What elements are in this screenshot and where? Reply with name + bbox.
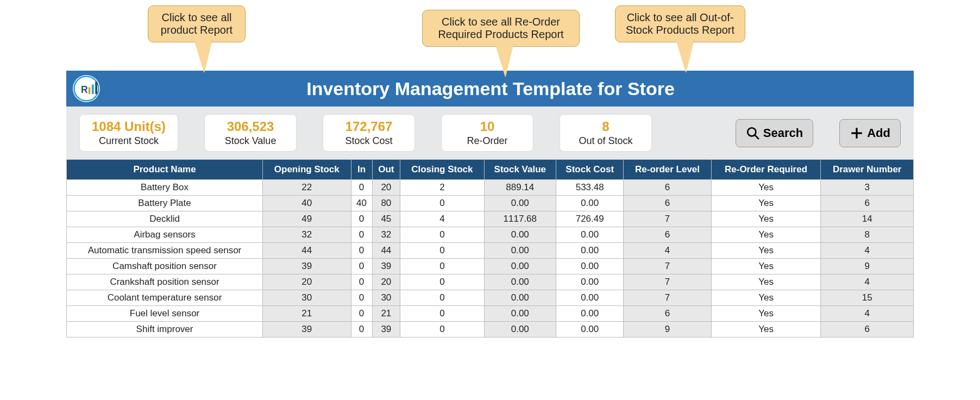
table-cell: 44 — [263, 243, 351, 259]
table-cell: Crankshaft position sensor — [67, 274, 263, 290]
table-row[interactable]: Crankshaft position sensor2002000.000.00… — [67, 274, 914, 290]
page-title: Inventory Management Template for Store — [100, 78, 914, 99]
table-cell: 8 — [821, 227, 914, 243]
table-cell: Yes — [711, 274, 821, 290]
table-row[interactable]: Airbag sensors3203200.000.006Yes8 — [67, 227, 914, 243]
table-cell: 4 — [821, 306, 914, 322]
table-row[interactable]: Coolant temperature sensor3003000.000.00… — [67, 290, 914, 306]
kpi-label: Out of Stock — [572, 135, 639, 147]
table-cell: 1117.68 — [484, 211, 556, 227]
table-cell: 49 — [263, 211, 351, 227]
table-column-header[interactable]: Stock Value — [484, 160, 556, 180]
table-cell: 40 — [263, 196, 351, 211]
table-cell: 0 — [400, 306, 484, 322]
table-cell: 0.00 — [556, 322, 624, 338]
table-cell: 4 — [400, 211, 484, 227]
table-cell: Yes — [711, 306, 821, 322]
table-cell: 0 — [400, 196, 484, 211]
table-cell: 39 — [372, 322, 400, 338]
kpi-value: 172,767 — [335, 119, 403, 134]
table-column-header[interactable]: Re-Order Required — [711, 160, 821, 180]
table-cell: 0.00 — [556, 259, 624, 274]
callout-outofstock-report: Click to see all Out-of-Stock Products R… — [615, 5, 745, 42]
search-button[interactable]: Search — [736, 119, 813, 147]
svg-text:R: R — [81, 84, 88, 95]
table-cell: 0 — [351, 259, 372, 274]
svg-line-6 — [755, 135, 759, 139]
table-cell: 6 — [821, 322, 914, 338]
table-row[interactable]: Camshaft position sensor3903900.000.007Y… — [67, 259, 914, 274]
table-cell: 39 — [263, 322, 351, 338]
logo-icon: R — [73, 75, 100, 102]
table-cell: 7 — [624, 259, 711, 274]
table-column-header[interactable]: Closing Stock — [400, 160, 484, 180]
callout-product-report: Click to see all product Report — [148, 5, 246, 42]
callout-text: Click to see all Re-Order Required Produ… — [438, 16, 563, 40]
kpi-reorder[interactable]: 10 Re-Order — [441, 114, 533, 152]
table-row[interactable]: Battery Plate40408000.000.006Yes6 — [67, 196, 914, 211]
table-row[interactable]: Automatic transmission speed sensor44044… — [67, 243, 914, 259]
table-cell: Yes — [711, 290, 821, 306]
table-cell: 4 — [821, 274, 914, 290]
table-cell: 6 — [624, 196, 711, 211]
table-row[interactable]: Shift improver3903900.000.009Yes6 — [67, 322, 914, 338]
kpi-label: Stock Value — [217, 135, 284, 147]
svg-rect-3 — [92, 85, 94, 95]
kpi-label: Stock Cost — [335, 135, 403, 147]
table-cell: 0.00 — [556, 243, 624, 259]
table-cell: 22 — [263, 180, 351, 196]
table-cell: 0 — [351, 306, 372, 322]
table-column-header[interactable]: Opening Stock — [263, 160, 351, 180]
search-icon — [746, 126, 760, 140]
table-cell: Battery Box — [67, 180, 263, 196]
table-cell: 0 — [400, 259, 484, 274]
add-button[interactable]: Add — [839, 119, 901, 147]
table-cell: 20 — [372, 274, 400, 290]
table-cell: Battery Plate — [67, 196, 263, 211]
table-cell: 6 — [821, 196, 914, 211]
table-cell: 4 — [624, 243, 711, 259]
svg-point-5 — [747, 128, 756, 136]
table-row[interactable]: Decklid4904541117.68726.497Yes14 — [67, 211, 914, 227]
table-column-header[interactable]: Product Name — [67, 160, 263, 180]
table-header: Product NameOpening StockInOutClosing St… — [67, 160, 914, 180]
table-cell: Yes — [711, 196, 821, 211]
kpi-current-stock[interactable]: 1084 Unit(s) Current Stock — [79, 114, 178, 152]
table-cell: 0 — [351, 274, 372, 290]
table-column-header[interactable]: Stock Cost — [556, 160, 624, 180]
table-cell: 44 — [372, 243, 400, 259]
callout-text: Click to see all product Report — [161, 11, 233, 36]
table-body: Battery Box220202889.14533.486Yes3Batter… — [67, 180, 914, 338]
table-cell: 0 — [400, 290, 484, 306]
table-cell: 6 — [624, 227, 711, 243]
table-cell: 0 — [400, 243, 484, 259]
kpi-label: Current Stock — [92, 135, 166, 147]
table-column-header[interactable]: Drawer Number — [821, 160, 914, 180]
table-cell: 40 — [351, 196, 372, 211]
table-cell: 0 — [351, 211, 372, 227]
kpi-value: 8 — [572, 119, 639, 134]
kpi-out-of-stock[interactable]: 8 Out of Stock — [560, 114, 652, 152]
table-column-header[interactable]: Re-order Level — [624, 160, 711, 180]
table-cell: Yes — [711, 211, 821, 227]
table-column-header[interactable]: Out — [372, 160, 400, 180]
table-cell: 30 — [263, 290, 351, 306]
table-cell: 20 — [263, 274, 351, 290]
table-cell: 0 — [351, 180, 372, 196]
table-cell: 15 — [821, 290, 914, 306]
table-cell: 0.00 — [484, 259, 556, 274]
table-row[interactable]: Battery Box220202889.14533.486Yes3 — [67, 180, 914, 196]
table-cell: 0 — [400, 227, 484, 243]
table-cell: 6 — [624, 180, 711, 196]
table-cell: 0.00 — [556, 227, 624, 243]
callout-text: Click to see all Out-of-Stock Products R… — [626, 11, 734, 36]
table-cell: 0.00 — [484, 227, 556, 243]
kpi-stock-cost[interactable]: 172,767 Stock Cost — [323, 114, 415, 152]
table-cell: 0.00 — [484, 306, 556, 322]
table-cell: Camshaft position sensor — [67, 259, 263, 274]
table-cell: Yes — [711, 322, 821, 338]
table-row[interactable]: Fuel level sensor2102100.000.006Yes4 — [67, 306, 914, 322]
kpi-stock-value[interactable]: 306,523 Stock Value — [204, 114, 297, 152]
table-cell: 533.48 — [556, 180, 624, 196]
table-column-header[interactable]: In — [351, 160, 372, 180]
